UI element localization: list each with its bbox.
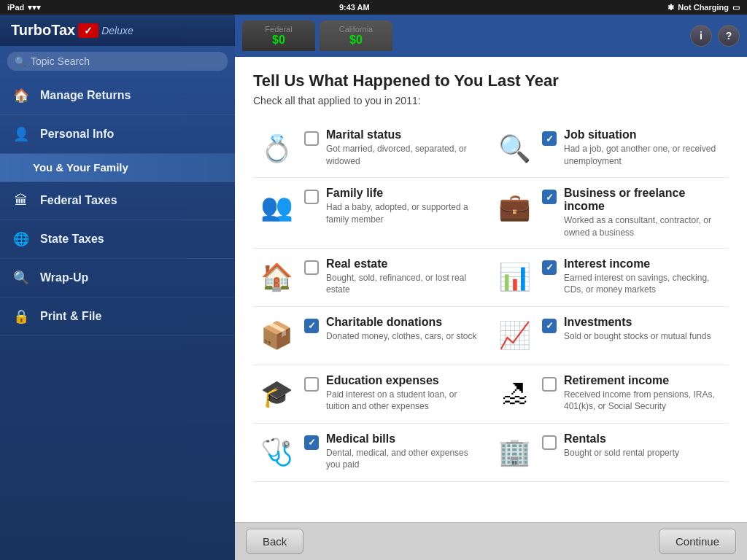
item-checkbox-charitable-donations[interactable] xyxy=(304,319,319,333)
item-icon-wrap: 💼 xyxy=(495,187,535,227)
item-checkbox-investments[interactable] xyxy=(542,319,557,333)
item-icon-investments: 📈 xyxy=(498,320,531,351)
item-checkbox-family-life[interactable] xyxy=(304,190,319,204)
sidebar-item-wrap-up[interactable]: 🔍 Wrap-Up xyxy=(0,259,235,298)
search-bar[interactable]: 🔍 Topic Search xyxy=(7,52,228,71)
checklist-item-retirement-income[interactable]: 🏖 Retirement income Received income from… xyxy=(491,365,729,424)
sub-item-label: You & Your Family xyxy=(33,161,128,174)
item-title-rentals: Rentals xyxy=(564,432,718,446)
checklist-grid: 💍 Marital status Got married, divorced, … xyxy=(253,120,729,482)
item-icon-wrap: 🏢 xyxy=(495,432,535,472)
app-container: TurboTax ✓ Deluxe 🔍 Topic Search 🏠 Manag… xyxy=(0,15,747,560)
tab-bar: Federal $0 California $0 i ? xyxy=(235,15,747,57)
item-checkbox-education-expenses[interactable] xyxy=(304,377,319,392)
item-checkbox-marital-status[interactable] xyxy=(304,131,319,146)
sidebar-item-label: Manage Returns xyxy=(40,89,131,102)
logo-deluxe: Deluxe xyxy=(101,25,133,36)
item-desc-real-estate: Bought, sold, refinanced, or lost real e… xyxy=(326,272,480,297)
item-icon-wrap: 📦 xyxy=(257,316,297,356)
device-label: iPad xyxy=(7,3,24,12)
help-button[interactable]: ? xyxy=(718,25,740,47)
item-icon-wrap: 📊 xyxy=(495,257,535,298)
search-placeholder: Topic Search xyxy=(31,55,90,67)
item-checkbox-job-situation[interactable] xyxy=(542,131,557,146)
checklist-item-real-estate[interactable]: 🏠 Real estate Bought, sold, refinanced, … xyxy=(253,249,491,307)
checklist-item-investments[interactable]: 📈 Investments Sold or bought stocks or m… xyxy=(491,307,729,365)
page-title: Tell Us What Happened to You Last Year xyxy=(253,71,729,90)
tab-federal-label: Federal xyxy=(257,25,301,34)
item-title-investments: Investments xyxy=(564,316,718,329)
item-desc-marital-status: Got married, divorced, separated, or wid… xyxy=(326,143,480,168)
sidebar-item-manage-returns[interactable]: 🏠 Manage Returns xyxy=(0,77,235,115)
item-title-medical-bills: Medical bills xyxy=(326,432,480,446)
tab-federal[interactable]: Federal $0 xyxy=(242,20,315,51)
item-title-interest-income: Interest income xyxy=(564,257,718,271)
checklist-item-medical-bills[interactable]: 🩺 Medical bills Dental, medical, and oth… xyxy=(253,424,491,482)
tab-california-amount: $0 xyxy=(334,34,378,47)
checklist-item-interest-income[interactable]: 📊 Interest income Earned interest on sav… xyxy=(491,249,729,307)
sidebar-item-federal-taxes[interactable]: 🏛 Federal Taxes xyxy=(0,182,235,220)
sidebar-item-personal-info[interactable]: 👤 Personal Info xyxy=(0,115,235,154)
item-title-charitable-donations: Charitable donations xyxy=(326,316,480,329)
item-checkbox-rentals[interactable] xyxy=(542,435,557,450)
item-desc-family-life: Had a baby, adopted, or supported a fami… xyxy=(326,201,480,226)
tab-bar-right: i ? xyxy=(690,25,740,47)
item-checkbox-medical-bills[interactable] xyxy=(304,435,319,450)
sidebar-item-you-your-family[interactable]: You & Your Family xyxy=(0,154,235,182)
item-desc-charitable-donations: Donated money, clothes, cars, or stock xyxy=(326,330,480,343)
tab-bar-left: Federal $0 California $0 xyxy=(242,20,392,51)
globe-icon: 🌐 xyxy=(11,229,31,249)
status-left: iPad ▾▾▾ xyxy=(7,3,41,12)
continue-button[interactable]: Continue xyxy=(659,529,736,554)
sidebar-item-state-taxes[interactable]: 🌐 State Taxes xyxy=(0,220,235,259)
checklist-item-rentals[interactable]: 🏢 Rentals Bought or sold rental property xyxy=(491,424,729,482)
bluetooth-icon: ✱ xyxy=(667,3,674,12)
item-desc-medical-bills: Dental, medical, and other expenses you … xyxy=(326,447,480,472)
checklist-item-education-expenses[interactable]: 🎓 Education expenses Paid interest on a … xyxy=(253,365,491,424)
item-text-investments: Investments Sold or bought stocks or mut… xyxy=(564,316,718,343)
item-checkbox-retirement-income[interactable] xyxy=(542,377,557,392)
info-button[interactable]: i xyxy=(690,25,712,47)
item-checkbox-real-estate[interactable] xyxy=(304,260,319,275)
tab-federal-amount: $0 xyxy=(257,34,301,47)
checklist-item-family-life[interactable]: 👥 Family life Had a baby, adopted, or su… xyxy=(253,178,491,249)
sidebar-item-print-file[interactable]: 🔒 Print & File xyxy=(0,298,235,336)
lock-icon: 🔒 xyxy=(11,306,31,327)
item-checkbox-business-freelance[interactable] xyxy=(542,190,557,204)
checklist-item-business-freelance[interactable]: 💼 Business or freelance income Worked as… xyxy=(491,178,729,249)
item-title-marital-status: Marital status xyxy=(326,128,480,141)
search-icon: 🔍 xyxy=(15,56,26,67)
item-title-education-expenses: Education expenses xyxy=(326,374,480,387)
item-text-job-situation: Job situation Had a job, got another one… xyxy=(564,128,718,168)
logo-check: ✓ xyxy=(78,23,98,38)
bottom-bar: Back Continue xyxy=(235,522,747,560)
item-icon-retirement-income: 🏖 xyxy=(502,378,528,409)
item-text-family-life: Family life Had a baby, adopted, or supp… xyxy=(326,187,480,226)
item-icon-wrap: 🩺 xyxy=(257,432,297,472)
item-desc-education-expenses: Paid interest on a student loan, or tuit… xyxy=(326,389,480,413)
item-icon-medical-bills: 🩺 xyxy=(260,437,293,467)
item-icon-wrap: 🔍 xyxy=(495,128,535,168)
page-subtitle: Check all that applied to you in 2011: xyxy=(253,95,729,106)
item-icon-job-situation: 🔍 xyxy=(498,133,531,164)
checklist-item-job-situation[interactable]: 🔍 Job situation Had a job, got another o… xyxy=(491,120,729,178)
tab-california[interactable]: California $0 xyxy=(320,20,392,51)
item-icon-education-expenses: 🎓 xyxy=(260,378,293,409)
status-right: ✱ Not Charging ▭ xyxy=(667,3,740,12)
time-display: 9:43 AM xyxy=(339,3,370,12)
back-button[interactable]: Back xyxy=(246,529,303,554)
item-title-retirement-income: Retirement income xyxy=(564,374,718,387)
item-icon-rentals: 🏢 xyxy=(498,437,531,467)
item-checkbox-interest-income[interactable] xyxy=(542,260,557,275)
item-icon-real-estate: 🏠 xyxy=(260,262,293,292)
item-icon-wrap: 📈 xyxy=(495,316,535,356)
item-icon-charitable-donations: 📦 xyxy=(260,320,293,351)
checklist-item-charitable-donations[interactable]: 📦 Charitable donations Donated money, cl… xyxy=(253,307,491,365)
nav-items: 🏠 Manage Returns 👤 Personal Info You & Y… xyxy=(0,77,235,560)
checklist-item-marital-status[interactable]: 💍 Marital status Got married, divorced, … xyxy=(253,120,491,178)
item-text-retirement-income: Retirement income Received income from p… xyxy=(564,374,718,413)
sidebar-item-label: State Taxes xyxy=(40,233,104,246)
item-title-business-freelance: Business or freelance income xyxy=(564,187,718,213)
turbotax-logo: TurboTax ✓ Deluxe xyxy=(11,22,133,39)
item-text-charitable-donations: Charitable donations Donated money, clot… xyxy=(326,316,480,343)
